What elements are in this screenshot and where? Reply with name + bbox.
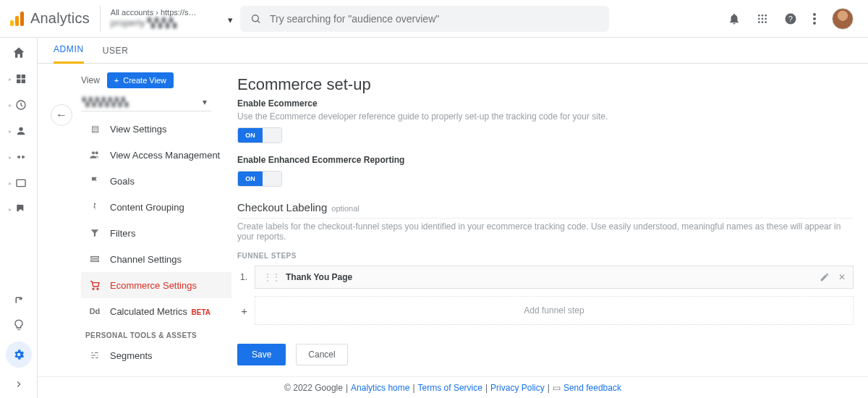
create-view-button[interactable]: +Create View <box>107 72 174 88</box>
footer: © 2022 Google| Analytics home| Terms of … <box>38 376 868 398</box>
enable-ecommerce-toggle[interactable]: ON <box>237 127 282 143</box>
footer-privacy[interactable]: Privacy Policy <box>490 383 545 393</box>
channels-icon <box>88 254 101 264</box>
more-icon[interactable] <box>813 13 816 25</box>
svg-text:?: ? <box>788 14 793 22</box>
funnel-steps-header: FUNNEL STEPS <box>237 252 854 260</box>
brand-logo: Analytics <box>0 10 100 27</box>
expand-icon[interactable]: ▸ <box>9 128 12 135</box>
nav-calculated-metrics[interactable]: DdCalculated Metrics BETA <box>81 298 231 324</box>
rail-realtime-icon[interactable] <box>13 97 29 113</box>
enable-enhanced-label: Enable Enhanced Ecommerce Reporting <box>237 155 854 165</box>
nav-view-settings[interactable]: ▤View Settings <box>81 116 231 142</box>
footer-analytics-home[interactable]: Analytics home <box>351 383 409 393</box>
svg-point-2 <box>758 14 760 17</box>
tab-user[interactable]: USER <box>103 46 129 63</box>
view-select[interactable]: ▚▚▚▚▚▚▚ ▾ <box>81 93 211 111</box>
add-funnel-step-button[interactable]: Add funnel step <box>255 296 854 325</box>
edit-step-icon[interactable] <box>820 272 830 282</box>
checkout-labeling-title: Checkout Labeling <box>237 201 327 213</box>
nav-segments[interactable]: Segments <box>81 342 231 368</box>
rail-dashboard-icon[interactable] <box>13 71 29 87</box>
view-label: View <box>81 75 100 85</box>
page-title: Ecommerce set-up <box>237 75 854 94</box>
svg-rect-26 <box>91 257 99 258</box>
rail-attribution-icon[interactable] <box>11 292 27 308</box>
rail-collapse-icon[interactable] <box>11 376 27 392</box>
view-selected-name: ▚▚▚▚▚▚▚ <box>82 97 128 107</box>
main-panel: Ecommerce set-up Enable Ecommerce Use th… <box>237 64 868 376</box>
svg-point-24 <box>95 151 98 154</box>
svg-point-5 <box>758 17 760 20</box>
enable-ecommerce-help: Use the Ecommerce developer reference gu… <box>237 111 854 122</box>
expand-icon[interactable]: ▸ <box>9 76 12 82</box>
footer-tos[interactable]: Terms of Service <box>418 383 482 393</box>
search-input[interactable] <box>270 13 599 25</box>
svg-point-9 <box>762 21 764 23</box>
plus-icon: + <box>114 76 119 85</box>
svg-point-7 <box>765 17 767 20</box>
feedback-icon: ▭ <box>553 383 561 393</box>
expand-icon[interactable]: ▸ <box>9 102 12 109</box>
rail-admin-icon[interactable] <box>6 342 32 368</box>
account-picker[interactable]: All accounts › https://s… property ▚▚▚▚ … <box>100 5 237 32</box>
brand-text: Analytics <box>30 10 90 27</box>
cart-icon <box>88 279 101 291</box>
tab-admin[interactable]: ADMIN <box>54 44 84 64</box>
plus-icon: + <box>237 305 247 317</box>
bell-icon[interactable] <box>728 12 741 25</box>
expand-icon[interactable]: ▸ <box>9 206 12 213</box>
svg-rect-22 <box>17 179 25 186</box>
step-number: 1. <box>237 272 247 282</box>
account-name: property ▚▚▚▚ <box>111 17 226 29</box>
rail-conversions-icon[interactable] <box>13 201 29 217</box>
caret-down-icon: ▾ <box>228 14 233 26</box>
rail-audience-icon[interactable] <box>13 123 29 139</box>
rail-discover-icon[interactable] <box>11 317 27 333</box>
help-icon[interactable]: ? <box>784 12 797 25</box>
analytics-icon <box>10 12 25 26</box>
funnel-step-box[interactable]: ⋮⋮ Thank You Page ✕ <box>255 266 854 289</box>
svg-rect-17 <box>21 75 25 78</box>
svg-point-29 <box>97 288 98 289</box>
segments-icon <box>88 350 101 360</box>
nav-goals[interactable]: Goals <box>81 168 231 194</box>
nav-ecommerce-settings[interactable]: Ecommerce Settings <box>81 272 231 298</box>
checkout-labeling-help: Create labels for the checkout-funnel st… <box>237 221 854 242</box>
nav-content-grouping[interactable]: Content Grouping <box>81 194 231 220</box>
svg-point-13 <box>813 13 816 16</box>
svg-rect-27 <box>91 260 99 261</box>
back-button[interactable]: ← <box>51 104 72 126</box>
dd-icon: Dd <box>88 307 101 316</box>
rail-home-icon[interactable] <box>11 45 27 61</box>
nav-filters[interactable]: Filters <box>81 220 231 246</box>
svg-point-28 <box>93 288 94 289</box>
people-icon <box>88 149 101 161</box>
document-icon: ▤ <box>88 124 101 134</box>
search-box[interactable] <box>240 6 609 32</box>
footer-copyright: © 2022 Google <box>284 383 343 393</box>
rail-acquisition-icon[interactable] <box>13 149 29 165</box>
apps-icon[interactable] <box>757 13 768 25</box>
admin-tabs: ADMIN USER <box>38 38 868 64</box>
svg-rect-19 <box>21 80 25 83</box>
nav-channel-settings[interactable]: Channel Settings <box>81 246 231 272</box>
expand-icon[interactable]: ▸ <box>9 154 12 161</box>
user-avatar[interactable] <box>832 8 854 30</box>
expand-icon[interactable]: ▸ <box>9 180 12 187</box>
enable-enhanced-toggle[interactable]: ON <box>237 171 282 187</box>
drag-handle-icon[interactable]: ⋮⋮ <box>263 271 280 283</box>
svg-point-14 <box>813 17 816 20</box>
cancel-button[interactable]: Cancel <box>296 344 347 365</box>
top-bar: Analytics All accounts › https://s… prop… <box>0 0 868 38</box>
footer-feedback[interactable]: Send feedback <box>563 383 621 393</box>
caret-down-icon: ▾ <box>203 97 207 107</box>
enable-ecommerce-label: Enable Ecommerce <box>237 98 854 109</box>
flag-icon <box>88 176 101 186</box>
rail-behavior-icon[interactable] <box>13 175 29 191</box>
remove-step-icon[interactable]: ✕ <box>838 272 846 282</box>
save-button[interactable]: Save <box>237 344 286 365</box>
search-icon <box>250 13 261 25</box>
nav-access-management[interactable]: View Access Management <box>81 142 231 168</box>
person-run-icon <box>88 202 101 212</box>
